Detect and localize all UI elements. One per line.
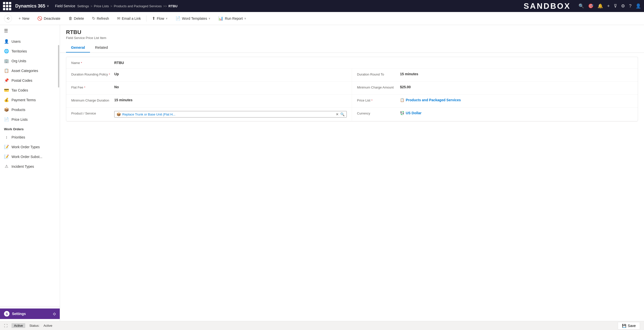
command-bar: ⟲ + New 🚫 Deactivate 🗑 Delete ↻ Refresh … xyxy=(0,12,644,25)
word-icon: 📄 xyxy=(176,16,180,21)
sidebar: ☰ 👤 Users 🌐 Territories 🏢 Org Units 📋 As… xyxy=(0,25,60,321)
status-active-button[interactable]: Active xyxy=(12,323,25,328)
product-service-search-icon[interactable]: 🔍 xyxy=(340,112,344,116)
target-icon[interactable]: 🎯 xyxy=(588,3,594,9)
duration-rounding-label: Duration Rounding Policy * xyxy=(71,72,111,76)
report-icon: 📊 xyxy=(218,16,223,21)
top-nav-icons: 🔍 🎯 🔔 + ⊽ ⚙ ? 👤 xyxy=(578,3,641,9)
settings-icon[interactable]: ⚙ xyxy=(621,3,625,9)
new-button[interactable]: + New xyxy=(15,15,33,22)
flat-fee-cell: Flat Fee * No xyxy=(66,82,352,94)
search-icon[interactable]: 🔍 xyxy=(578,3,584,9)
expand-icon[interactable]: ⛶ xyxy=(4,324,8,328)
notification-icon[interactable]: 🔔 xyxy=(598,3,603,9)
run-report-button[interactable]: 📊 Run Report ∨ xyxy=(215,14,250,22)
price-lists-icon: 📄 xyxy=(4,117,9,122)
org-units-icon: 🏢 xyxy=(4,58,9,63)
deactivate-button[interactable]: 🚫 Deactivate xyxy=(34,14,64,22)
status-label: Status: xyxy=(29,324,39,328)
sidebar-item-priorities[interactable]: ↕ Priorities xyxy=(0,132,60,142)
brand-name[interactable]: Dynamics 365 ∨ xyxy=(15,4,49,9)
sidebar-item-work-order-subst[interactable]: 📝 Work Order Subst... xyxy=(0,152,60,162)
min-charge-duration-label: Minimum Charge Duration xyxy=(71,98,111,102)
sidebar-item-price-lists[interactable]: 📄 Price Lists xyxy=(0,114,60,124)
sidebar-item-postal-codes[interactable]: 📌 Postal Codes xyxy=(0,76,60,85)
sidebar-item-territories[interactable]: 🌐 Territories xyxy=(0,46,60,56)
deactivate-icon: 🚫 xyxy=(37,16,42,21)
asset-categories-icon: 📋 xyxy=(4,68,9,73)
sidebar-item-org-units[interactable]: 🏢 Org Units xyxy=(0,56,60,66)
delete-icon: 🗑 xyxy=(68,16,72,21)
min-charge-duration-value: 15 minutes xyxy=(114,98,347,102)
word-chevron-icon: ∨ xyxy=(208,17,210,20)
sidebar-settings-item[interactable]: S Settings ◇ xyxy=(0,308,60,319)
help-icon[interactable]: ? xyxy=(629,4,632,9)
flow-button[interactable]: ⬆ Flow ∨ xyxy=(148,14,171,22)
settings-chevron-icon: ◇ xyxy=(53,312,56,316)
sidebar-item-work-order-types[interactable]: 📝 Work Order Types xyxy=(0,142,60,152)
products-icon: 📦 xyxy=(4,107,9,112)
duration-rounding-value: Up xyxy=(114,72,347,76)
product-service-label: Product / Service xyxy=(71,111,111,115)
price-list-label: Price List * xyxy=(357,98,397,102)
users-icon: 👤 xyxy=(4,39,9,44)
sidebar-item-products[interactable]: 📦 Products xyxy=(0,105,60,114)
email-link-button[interactable]: ✉ Email a Link xyxy=(114,14,144,22)
form-grid: Duration Rounding Policy * Up Duration R… xyxy=(66,68,638,121)
delete-button[interactable]: 🗑 Delete xyxy=(65,15,88,22)
priorities-icon: ↕ xyxy=(4,135,9,140)
main-layout: ☰ 👤 Users 🌐 Territories 🏢 Org Units 📋 As… xyxy=(0,25,644,321)
sidebar-item-asset-categories[interactable]: 📋 Asset Categories xyxy=(0,66,60,76)
currency-value[interactable]: 💱 US Dollar xyxy=(400,111,633,115)
top-navigation: Dynamics 365 ∨ Field Service Settings > … xyxy=(0,0,644,12)
hamburger-icon[interactable]: ☰ xyxy=(4,28,8,34)
price-list-icon: 📋 xyxy=(400,98,404,102)
tab-related[interactable]: Related xyxy=(90,43,113,52)
add-icon[interactable]: + xyxy=(607,4,610,9)
product-service-clear-icon[interactable]: ✕ xyxy=(336,112,339,116)
user-icon[interactable]: 👤 xyxy=(636,3,641,9)
record-title: RTBU xyxy=(66,29,638,36)
product-service-text[interactable]: Replace Trunk or Base Unit (Flat H... xyxy=(122,112,334,116)
work-orders-header: Work Orders xyxy=(0,124,60,132)
app-grid-icon[interactable] xyxy=(3,2,11,10)
territories-icon: 🌐 xyxy=(4,49,9,54)
breadcrumb-products[interactable]: Products and Packaged Services xyxy=(114,4,162,8)
incident-types-icon: ⚠ xyxy=(4,164,9,169)
breadcrumb-price-lists[interactable]: Price Lists xyxy=(94,4,109,8)
min-charge-amount-label: Minimum Charge Amount xyxy=(357,85,397,89)
price-list-value[interactable]: 📋 Products and Packaged Services xyxy=(400,98,633,102)
word-templates-button[interactable]: 📄 Word Templates ∨ xyxy=(172,14,214,22)
postal-codes-icon: 📌 xyxy=(4,78,9,83)
sidebar-bottom: S Settings ◇ xyxy=(0,306,60,321)
app-name: Field Service xyxy=(55,4,75,8)
price-list-cell: Price List * 📋 Products and Packaged Ser… xyxy=(352,94,638,108)
min-charge-duration-cell: Minimum Charge Duration 15 minutes xyxy=(66,94,352,108)
sidebar-item-tax-codes[interactable]: 💳 Tax Codes xyxy=(0,85,60,95)
name-label: Name * xyxy=(71,60,111,65)
brand-chevron-icon: ∨ xyxy=(47,4,49,8)
sidebar-item-payment-terms[interactable]: 💰 Payment Terms xyxy=(0,95,60,105)
duration-round-to-value: 15 minutes xyxy=(400,72,633,76)
history-button[interactable]: ⟲ xyxy=(4,14,12,22)
duration-rounding-cell: Duration Rounding Policy * Up xyxy=(66,68,352,82)
record-header: RTBU Field Service Price List Item Gener… xyxy=(60,25,644,53)
product-service-lookup[interactable]: 📦 Replace Trunk or Base Unit (Flat H... … xyxy=(114,111,347,118)
currency-cell: Currency 💱 US Dollar xyxy=(352,108,638,121)
work-order-types-icon: 📝 xyxy=(4,144,9,149)
save-button[interactable]: 💾 Save xyxy=(618,322,640,330)
save-icon: 💾 xyxy=(622,324,626,328)
sidebar-scroll: 👤 Users 🌐 Territories 🏢 Org Units 📋 Asse… xyxy=(0,36,60,306)
filter-icon[interactable]: ⊽ xyxy=(614,3,617,9)
sidebar-item-incident-types[interactable]: ⚠ Incident Types xyxy=(0,162,60,171)
sidebar-item-users[interactable]: 👤 Users xyxy=(0,36,60,46)
product-service-cell[interactable]: Product / Service 📦 Replace Trunk or Bas… xyxy=(66,108,352,121)
status-bar: ⛶ Active Status: Active 💾 Save xyxy=(0,321,644,330)
name-required: * xyxy=(81,62,82,64)
refresh-button[interactable]: ↻ Refresh xyxy=(88,14,112,22)
flat-fee-value: No xyxy=(114,85,347,89)
new-icon: + xyxy=(18,16,21,21)
breadcrumb-settings[interactable]: Settings xyxy=(77,4,89,8)
settings-avatar: S xyxy=(4,311,10,316)
tab-general[interactable]: General xyxy=(66,43,90,52)
